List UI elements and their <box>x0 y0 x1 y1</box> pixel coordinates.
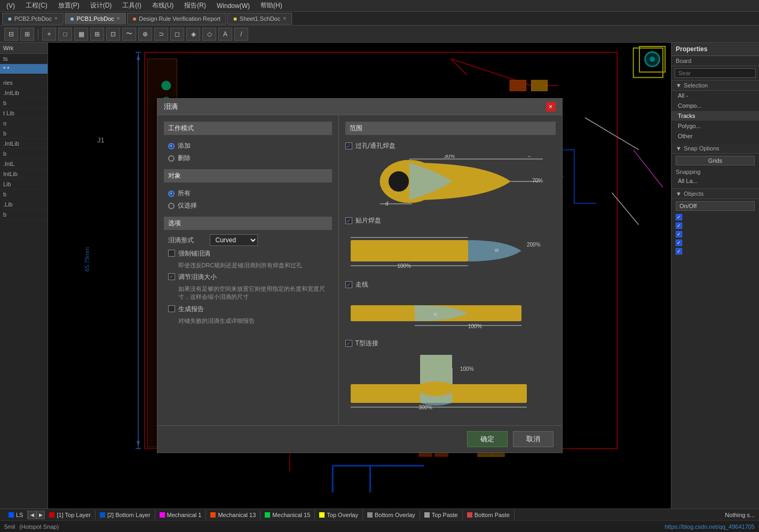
layer-mech15-color <box>265 512 270 518</box>
menu-help[interactable]: 帮助(H) <box>258 0 284 11</box>
drc-btn[interactable]: ◇ <box>202 28 216 41</box>
layer-botoverlay[interactable]: Bottom Overlay <box>363 510 420 520</box>
pin-btn[interactable]: ⊕ <box>138 28 152 41</box>
layer-mech15-label: Mechanical 15 <box>272 512 310 518</box>
layer-mech13[interactable]: Mechanical 13 <box>206 510 260 520</box>
square-btn[interactable]: ◻ <box>170 28 184 41</box>
force-checkbox[interactable] <box>168 250 175 257</box>
svg-text:w: w <box>433 311 438 317</box>
left-panel-item-3[interactable]: ries <box>0 78 48 88</box>
rect-btn[interactable]: □ <box>58 28 72 41</box>
tab-pcb2[interactable]: ■ PCB2.PcbDoc × <box>2 13 64 25</box>
text-btn[interactable]: A <box>218 28 232 41</box>
layer-toppaste[interactable]: Top Paste <box>420 510 463 520</box>
tab-pcb1-close[interactable]: × <box>117 15 120 21</box>
menu-report[interactable]: 报告(R) <box>182 0 208 11</box>
selection-other[interactable]: Other <box>671 131 759 141</box>
grid-btn[interactable]: ⊞ <box>90 28 104 41</box>
left-panel-item-selected[interactable]: * * <box>0 64 48 74</box>
add-btn[interactable]: + <box>42 28 56 41</box>
selection-tracks[interactable]: Tracks <box>671 111 759 121</box>
radio-add[interactable]: 添加 <box>168 141 328 150</box>
radio-selected[interactable]: 仅选择 <box>168 201 328 210</box>
bottom-url[interactable]: https://blog.csdn.net/qq_49641705 <box>665 523 755 530</box>
snap-all-layers[interactable]: All La... <box>671 176 759 186</box>
scope-track-checkbox[interactable] <box>345 281 352 288</box>
menu-tools[interactable]: 工具(I) <box>120 0 143 11</box>
layer-nav-prev[interactable]: ◀ <box>28 511 36 519</box>
tab-pcb2-close[interactable]: × <box>54 15 58 21</box>
tab-pcb1[interactable]: ■ PCB1.PcbDoc × <box>65 13 126 25</box>
grids-button[interactable]: Grids <box>676 156 755 165</box>
left-panel-item-13[interactable]: Lib <box>0 179 48 189</box>
menu-route[interactable]: 布线(U) <box>150 0 176 11</box>
layer-ls[interactable]: LS <box>4 510 28 520</box>
route-btn[interactable]: ⊡ <box>106 28 120 41</box>
right-panel-search-input[interactable] <box>675 68 756 78</box>
objects-cb1[interactable]: ✓ <box>676 214 682 220</box>
tab-drc[interactable]: ■ Design Rule Verification Report <box>127 13 227 25</box>
teardrop-type-select[interactable]: Curved <box>210 234 258 246</box>
test-btn[interactable]: ◈ <box>186 28 200 41</box>
left-panel-item-12[interactable]: IntLib <box>0 169 48 179</box>
layer-top-label: [1] Top Layer <box>57 512 90 518</box>
snap-section-header[interactable]: ▼ Snap Options <box>671 144 759 154</box>
objects-cb5[interactable]: ✓ <box>676 248 682 255</box>
scope-via-checkbox[interactable] <box>345 142 352 149</box>
left-panel-item-10[interactable]: b <box>0 149 48 159</box>
selection-polygons[interactable]: Polygo... <box>671 121 759 131</box>
left-panel-item-8[interactable]: b <box>0 129 48 139</box>
left-panel-item-7[interactable]: o <box>0 118 48 129</box>
left-panel-item-14[interactable]: b <box>0 189 48 200</box>
scope-smd-checkbox[interactable] <box>345 217 352 224</box>
scope-t-checkbox[interactable] <box>345 340 352 347</box>
branch-btn[interactable]: ⊃ <box>154 28 168 41</box>
selection-all[interactable]: All - <box>671 91 759 101</box>
objects-cb3[interactable]: ✓ <box>676 231 682 237</box>
layer-topoverlay[interactable]: Top Overlay <box>315 510 363 520</box>
layer-mech1[interactable]: Mechanical 1 <box>155 510 207 520</box>
tab-sch[interactable]: ■ Sheet1.SchDoc × <box>227 13 292 25</box>
menu-design[interactable]: 设计(D) <box>88 0 114 11</box>
layer-top[interactable]: [1] Top Layer <box>45 510 95 520</box>
snap-btn[interactable]: ⊞ <box>20 28 34 41</box>
objects-cb4[interactable]: ✓ <box>676 240 682 246</box>
line-btn[interactable]: / <box>234 28 248 41</box>
bottom-size: 5mil <box>4 523 15 530</box>
objects-section-header[interactable]: ▼ Objects <box>671 188 759 199</box>
left-panel-item-11[interactable]: .IntL <box>0 159 48 169</box>
left-panel-item-16[interactable]: b <box>0 210 48 220</box>
left-panel-item-15[interactable]: .Lib <box>0 200 48 210</box>
left-panel-item-6[interactable]: t Lib <box>0 108 48 118</box>
menu-place[interactable]: 放置(P) <box>56 0 82 11</box>
menu-window[interactable]: Window(W) <box>215 1 252 11</box>
wave-btn[interactable]: 〜 <box>122 28 136 41</box>
selection-section-header[interactable]: ▼ Selection <box>671 81 759 91</box>
onoff-button[interactable]: On/Off <box>676 201 755 211</box>
menu-v[interactable]: (V) <box>4 1 17 11</box>
layer-nav-next[interactable]: ▶ <box>36 511 45 519</box>
track-preview: w 100% <box>345 293 556 332</box>
report-checkbox[interactable] <box>168 305 175 312</box>
bar-btn[interactable]: ▦ <box>74 28 88 41</box>
layer-bottom[interactable]: [2] Bottom Layer <box>96 510 155 520</box>
layer-botpaste[interactable]: Bottom Paste <box>463 510 515 520</box>
filter-btn[interactable]: ⊟ <box>4 28 18 41</box>
selection-components[interactable]: Compo... <box>671 101 759 111</box>
radio-delete[interactable]: 删除 <box>168 154 328 163</box>
left-panel-item-4[interactable]: .IntLib <box>0 88 48 98</box>
layer-mech15[interactable]: Mechanical 15 <box>260 510 315 520</box>
left-panel-item-2[interactable] <box>0 74 48 78</box>
cancel-button[interactable]: 取消 <box>513 431 554 447</box>
left-panel-item-9[interactable]: .IntLib <box>0 139 48 149</box>
pcb-canvas[interactable]: 65.79mm J1 泪滴 × 工作 <box>48 43 671 509</box>
dialog-close-button[interactable]: × <box>546 102 556 112</box>
tab-sch-close[interactable]: × <box>283 15 286 21</box>
left-panel-item-5[interactable]: b <box>0 98 48 108</box>
left-panel-item[interactable]: ts <box>0 54 48 64</box>
objects-cb2[interactable]: ✓ <box>676 223 682 229</box>
confirm-button[interactable]: 确定 <box>467 431 508 447</box>
menu-project[interactable]: 工程(C) <box>23 0 50 11</box>
adjust-checkbox[interactable] <box>168 273 175 280</box>
radio-all[interactable]: 所有 <box>168 189 328 198</box>
